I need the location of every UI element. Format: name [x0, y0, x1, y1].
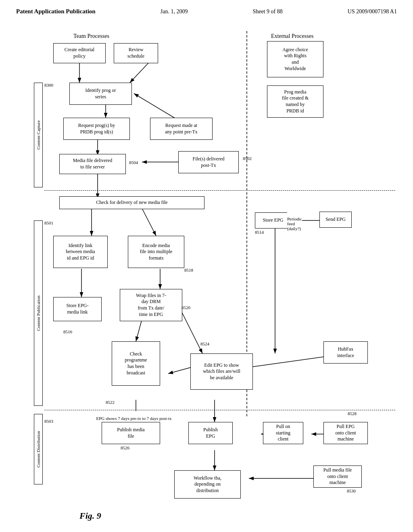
box-wrap-files: Wrap files in 7- day DRM from Tx date/ t… — [120, 289, 182, 321]
label-8520: 8520 — [181, 305, 190, 310]
label-8300: 8300 — [44, 83, 53, 87]
box-hubfax: HubFax interface — [323, 341, 368, 364]
section-content-publication: Content Publication — [34, 220, 43, 406]
box-create-editorial: Create editorial policy — [53, 43, 106, 63]
label-8526: 8526 — [121, 445, 129, 450]
svg-line-14 — [136, 319, 142, 341]
box-workflow-tba: Workflow tba, depending on distribution — [174, 470, 241, 499]
box-encode-media: Encode media file into multiple formats — [128, 236, 184, 268]
box-agree-choice: Agree choice with Rights and Worldwide — [267, 41, 323, 77]
box-publish-media: Publish media file — [102, 422, 160, 444]
svg-line-11 — [142, 208, 156, 236]
box-request-made: Request made at any point pre-Tx — [150, 118, 213, 140]
box-files-delivered: File(s) delivered post-Tx — [178, 151, 239, 173]
box-identify-link: Identify link between media id and EPG i… — [53, 236, 108, 268]
svg-line-4 — [130, 61, 150, 83]
title-external-processes: External Processes — [271, 33, 313, 39]
label-8504: 8504 — [129, 160, 138, 165]
label-8522: 8522 — [106, 400, 115, 405]
box-store-epg: Store EPG — [255, 212, 291, 229]
patent-number: US 2009/0007198 A1 — [348, 8, 397, 15]
label-8516: 8516 — [63, 329, 72, 334]
box-check-delivery: Check for delivery of new media file — [59, 196, 204, 209]
date: Jan. 1, 2009 — [161, 8, 188, 15]
box-store-epg-media: Store EPG- media link — [53, 297, 102, 321]
label-8501: 8501 — [44, 220, 53, 225]
diagram: Content Capture Content Publication Cont… — [17, 23, 396, 486]
box-edit-epg: Edit EPG to show which files are/will be… — [190, 353, 253, 390]
label-8530: 8530 — [347, 488, 356, 493]
dashed-divider-1 — [44, 190, 395, 191]
box-send-epg: Send EPG — [319, 212, 352, 228]
page: Patent Application Publication Jan. 1, 2… — [0, 0, 413, 532]
dashed-divider-2 — [44, 410, 395, 410]
label-8528: 8528 — [348, 411, 357, 416]
label-periodic-feed: Periodic feed (daily?) — [287, 212, 302, 231]
box-prog-media: Prog media file created & named by PRDB … — [267, 85, 323, 118]
label-8518: 8518 — [184, 268, 193, 272]
page-header: Patent Application Publication Jan. 1, 2… — [16, 8, 397, 15]
box-pull-on: Pull on starting client — [263, 422, 303, 444]
box-request-progs: Request prog(s) by PRDB prog id(s) — [63, 118, 130, 140]
box-media-file-delivered: Media file delivered to file server — [59, 154, 126, 174]
box-identify-prog: Identify prog or series — [69, 83, 132, 105]
label-8514: 8514 — [255, 230, 264, 235]
section-content-distribution: Content Distribution — [34, 414, 43, 484]
patent-title: Patent Application Publication — [16, 8, 96, 15]
sheet-info: Sheet 9 of 88 — [253, 8, 283, 15]
box-pull-epg: Pull EPG onto client machine — [323, 422, 368, 444]
box-publish-epg: Publish EPG — [188, 422, 233, 444]
box-pull-media-file: Pull media file onto client machine — [313, 466, 362, 488]
box-check-programme: Check programme has been broadcast — [112, 341, 160, 386]
section-content-capture: Content Capture — [34, 83, 43, 187]
title-team-processes: Team Processes — [73, 33, 109, 39]
label-8524: 8524 — [200, 341, 209, 346]
fig-label: Fig. 9 — [79, 511, 101, 521]
label-8502: 8502 — [243, 156, 252, 161]
box-review-schedule: Review schedule — [114, 43, 158, 63]
label-8503: 8503 — [44, 419, 53, 424]
